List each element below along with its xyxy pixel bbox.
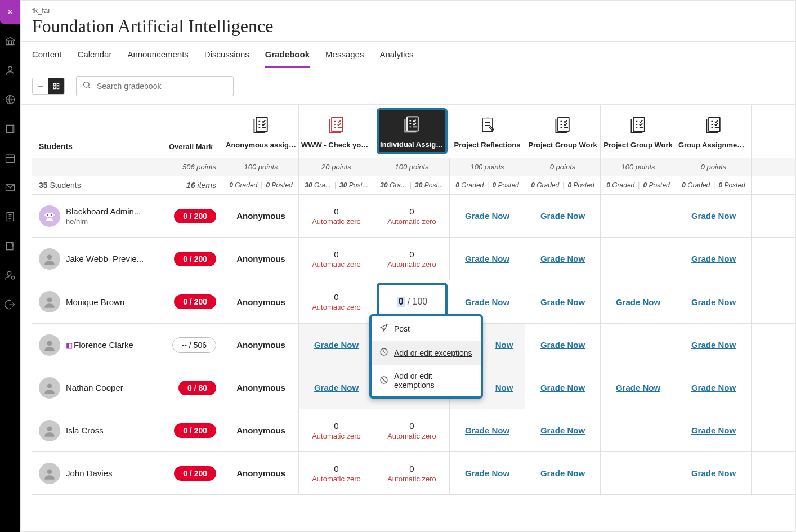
grade-now-link[interactable]: Grade Now xyxy=(525,366,601,409)
grade-now-link[interactable]: Grade Now xyxy=(601,366,676,409)
svg-rect-3 xyxy=(6,155,15,162)
overall-pill[interactable]: 0 / 200 xyxy=(174,466,216,481)
tab-discussions[interactable]: Discussions xyxy=(204,42,249,68)
grade-cell[interactable]: 0Automatic zero xyxy=(299,238,374,280)
grade-now-link[interactable]: Grade Now xyxy=(450,195,525,237)
anonymous-cell[interactable]: Anonymous xyxy=(223,409,299,451)
overall-pill[interactable]: 0 / 200 xyxy=(174,252,216,266)
grade-now-link[interactable]: Grade Now xyxy=(299,324,374,366)
grade-now-link[interactable]: Grade Now xyxy=(676,238,752,280)
anonymous-cell[interactable]: Anonymous xyxy=(223,366,299,409)
signout-icon[interactable] xyxy=(0,293,20,316)
tab-content[interactable]: Content xyxy=(32,42,62,68)
grade-now-link[interactable]: Grade Now xyxy=(450,409,525,451)
avatar xyxy=(39,334,60,356)
grade-cell[interactable]: 0Automatic zero xyxy=(374,195,450,237)
grade-now-link[interactable]: Grade Now xyxy=(525,195,601,237)
grade-cell[interactable]: 0Automatic zero xyxy=(299,280,374,323)
grade-cell[interactable]: 0Automatic zero xyxy=(374,238,450,280)
svg-point-32 xyxy=(47,469,52,474)
anonymous-cell[interactable]: Anonymous xyxy=(223,452,299,494)
search-wrap xyxy=(76,76,234,96)
grade-now-link[interactable]: Grade Now xyxy=(676,195,752,237)
overall-pill[interactable]: -- / 506 xyxy=(172,337,216,353)
column-header[interactable]: Individual Assignm... xyxy=(377,108,448,154)
student-cell[interactable]: John Davies0 / 200 xyxy=(32,452,223,494)
tab-announcements[interactable]: Announcements xyxy=(127,42,188,68)
svg-rect-17 xyxy=(256,117,267,131)
column-header[interactable]: WWW - Check your ... xyxy=(299,105,374,158)
grade-cell[interactable]: 0Automatic zero xyxy=(299,409,374,451)
grade-now-link[interactable]: Grade Now xyxy=(450,452,525,494)
menu-item-ban[interactable]: Add or edit exemptions xyxy=(372,365,481,396)
grade-now-link[interactable]: Grade Now xyxy=(525,238,601,280)
grade-now-link[interactable]: Grade Now xyxy=(676,324,752,366)
activity-icon[interactable] xyxy=(0,88,20,111)
column-header[interactable]: Project Reflections xyxy=(450,105,525,158)
column-header[interactable]: Group Assignment 1 xyxy=(676,105,752,158)
svg-point-30 xyxy=(47,383,52,388)
grade-now-link[interactable]: Grade Now xyxy=(676,409,752,451)
assignment-icon xyxy=(251,114,271,136)
anonymous-cell[interactable]: Anonymous xyxy=(223,280,299,323)
avatar xyxy=(39,205,60,227)
svg-rect-11 xyxy=(53,87,56,89)
grade-now-link[interactable]: Grade Now xyxy=(676,452,752,494)
column-status: 0 Graded|0 Posted xyxy=(450,176,525,194)
overall-pill[interactable]: 0 / 80 xyxy=(178,381,216,395)
close-panel-button[interactable] xyxy=(0,0,20,24)
tab-analytics[interactable]: Analytics xyxy=(379,42,413,68)
grade-cell[interactable]: 0Automatic zero xyxy=(374,409,450,451)
tab-messages[interactable]: Messages xyxy=(325,42,364,68)
student-cell[interactable]: Jake Webb_Previe...0 / 200 xyxy=(32,238,223,280)
messages-icon[interactable] xyxy=(0,176,20,199)
menu-item-send[interactable]: Post xyxy=(372,316,481,341)
anonymous-cell[interactable]: Anonymous xyxy=(223,238,299,280)
grid-view-button[interactable] xyxy=(48,78,64,94)
student-cell[interactable]: Nathan Cooper0 / 80 xyxy=(32,366,223,409)
calendar-icon[interactable] xyxy=(0,146,20,170)
column-header[interactable]: Project Group Work xyxy=(601,105,676,158)
anonymous-cell[interactable]: Anonymous xyxy=(223,324,299,366)
overall-pill[interactable]: 0 / 200 xyxy=(174,423,216,438)
student-cell[interactable]: ◧Florence Clarke-- / 506 xyxy=(32,324,223,366)
grade-now-link[interactable]: Grade Now xyxy=(676,280,752,323)
grade-now-link[interactable]: Grade Now xyxy=(525,280,601,323)
avatar xyxy=(39,377,60,399)
grade-cell[interactable]: 0Automatic zero xyxy=(299,195,374,237)
grade-now-link[interactable]: Grade Now xyxy=(676,366,752,409)
courses-icon[interactable] xyxy=(0,117,20,141)
grade-now-link[interactable]: Grade Now xyxy=(601,280,676,323)
column-points: 20 points xyxy=(299,158,374,176)
overall-pill[interactable]: 0 / 200 xyxy=(174,209,216,223)
tools-icon[interactable] xyxy=(0,234,20,258)
grade-now-link[interactable]: Grade Now xyxy=(450,238,525,280)
grade-now-link[interactable]: Grade Now xyxy=(525,409,601,451)
grades-icon[interactable] xyxy=(0,205,20,229)
search-input[interactable] xyxy=(96,81,227,91)
grade-now-link[interactable]: Grade Now xyxy=(525,324,601,366)
clock-icon xyxy=(379,347,388,358)
assignment-icon xyxy=(327,114,347,136)
student-cell[interactable]: Blackboard Admin...he/him0 / 200 xyxy=(32,195,223,237)
svg-point-7 xyxy=(7,271,11,275)
tab-calendar[interactable]: Calendar xyxy=(78,42,112,68)
grade-cell[interactable]: 0Automatic zero xyxy=(299,452,374,494)
student-cell[interactable]: Isla Cross0 / 200 xyxy=(32,409,223,451)
student-cell[interactable]: Monique Brown0 / 200 xyxy=(32,280,223,323)
list-view-button[interactable] xyxy=(33,78,48,94)
profile-icon[interactable] xyxy=(0,59,20,82)
column-header[interactable]: Anonymous assign... xyxy=(223,105,299,158)
anonymous-cell[interactable]: Anonymous xyxy=(223,195,299,237)
tab-gradebook[interactable]: Gradebook xyxy=(265,42,310,68)
column-header[interactable]: Project Group Work xyxy=(525,105,601,158)
grade-now-link[interactable]: Grade Now xyxy=(299,366,374,409)
grade-now-link[interactable]: Grade Now xyxy=(525,452,601,494)
overall-pill[interactable]: 0 / 200 xyxy=(174,294,216,309)
column-status: 0 Graded|0 Posted xyxy=(676,176,752,194)
grade-cell[interactable]: 0Automatic zero xyxy=(374,452,450,494)
admin-icon[interactable] xyxy=(0,263,20,287)
institution-icon[interactable] xyxy=(0,29,20,53)
menu-item-clock[interactable]: Add or edit exceptions xyxy=(372,341,481,365)
assignment-icon xyxy=(628,114,649,136)
